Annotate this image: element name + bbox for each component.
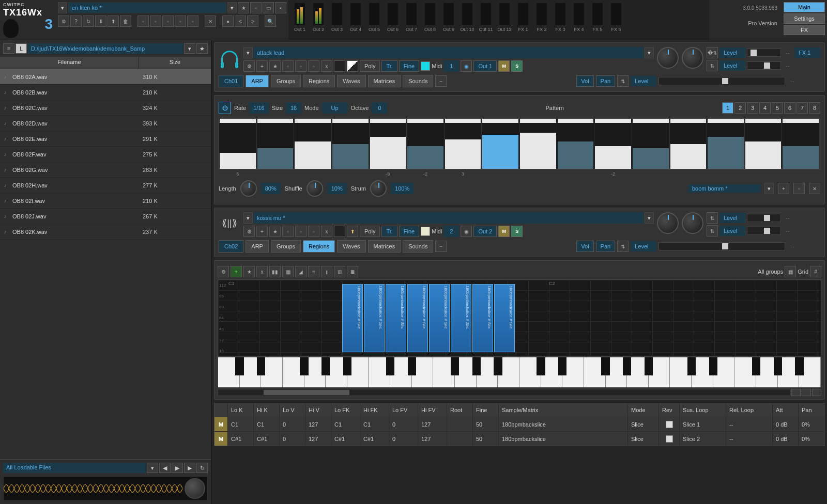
upload-icon[interactable]: ⬆: [108, 15, 119, 27]
trash-icon[interactable]: 🗑: [120, 15, 131, 27]
piano-keyboard[interactable]: [218, 357, 821, 388]
play-prev-icon[interactable]: ◀: [159, 463, 171, 473]
arp-step-8[interactable]: [482, 119, 519, 169]
new-icon[interactable]: ▫: [250, 2, 262, 13]
prog2-lvl-icon[interactable]: ⇅: [617, 241, 629, 252]
browser-list-icon[interactable]: L: [16, 43, 27, 54]
cell-att[interactable]: 0 dB: [773, 432, 799, 446]
output-18[interactable]: FX 6: [607, 3, 625, 38]
region-block-8[interactable]: 180bpmbackslice # Slic: [494, 284, 515, 352]
tab-regions[interactable]: Regions: [303, 240, 335, 253]
prog2-color[interactable]: [421, 227, 430, 236]
rev-checkbox[interactable]: [666, 421, 673, 428]
rev-checkbox[interactable]: [666, 435, 673, 443]
arp-preset[interactable]: boom bomm *: [688, 184, 760, 193]
black-key[interactable]: [687, 357, 696, 375]
prog2-mute[interactable]: M: [498, 226, 510, 237]
file-row[interactable]: ♪OB8 02E.wav291 K: [0, 131, 211, 147]
prev-icon[interactable]: <: [235, 15, 246, 27]
black-key[interactable]: [537, 357, 545, 375]
pattern-4[interactable]: 4: [759, 102, 771, 114]
output-2[interactable]: Out 2: [309, 3, 328, 38]
tab-matrices[interactable]: Matrices: [368, 240, 401, 253]
cell-lov[interactable]: 0: [280, 432, 305, 446]
cell-hiv[interactable]: 127: [305, 432, 331, 446]
arp-oct[interactable]: 0: [372, 102, 387, 114]
prog1-midi[interactable]: 1: [443, 60, 459, 72]
cell-rev[interactable]: [659, 417, 680, 431]
play-icon[interactable]: ▶: [172, 463, 183, 473]
output-14[interactable]: FX 2: [532, 3, 551, 38]
col-att[interactable]: Att: [773, 403, 799, 417]
output-17[interactable]: FX 5: [588, 3, 607, 38]
prog2-send1-slider[interactable]: [747, 214, 781, 222]
arp-step-3[interactable]: [294, 119, 332, 169]
pattern-8[interactable]: 8: [809, 102, 820, 114]
col-pan[interactable]: Pan: [799, 403, 824, 417]
pattern-7[interactable]: 7: [797, 102, 808, 114]
arp-step-5[interactable]: -9: [370, 119, 407, 169]
file-filter[interactable]: All Loadable Files: [3, 463, 146, 473]
region-groups-label[interactable]: All groups: [758, 269, 783, 275]
cell-sample[interactable]: 180bpmbackslice: [499, 432, 628, 446]
prog1-vol[interactable]: Vol: [576, 75, 593, 87]
play-next-icon[interactable]: ▶: [184, 463, 195, 473]
arp-step-12[interactable]: [632, 119, 670, 169]
prog2-midi-learn-icon[interactable]: ◉: [461, 226, 472, 237]
cell-hik[interactable]: C#1: [254, 432, 280, 446]
arp-step-15[interactable]: [745, 119, 783, 169]
region-block-3[interactable]: 180bpmbackslice # Slic: [386, 284, 406, 352]
arp-step-16[interactable]: [782, 119, 820, 169]
cell-lok[interactable]: C1: [228, 417, 254, 431]
cell-mode[interactable]: Slice: [628, 417, 659, 431]
nav-fx[interactable]: FX: [784, 25, 825, 35]
zoom-in-icon[interactable]: [802, 389, 811, 396]
arp-step-4[interactable]: [332, 119, 370, 169]
arp-length[interactable]: 80%: [261, 183, 281, 194]
prog2-star-icon[interactable]: ★: [269, 226, 281, 237]
pattern-1[interactable]: 1: [722, 102, 733, 114]
arp-preset-save-icon[interactable]: ▫: [793, 183, 805, 194]
file-row[interactable]: ♪OB8 02K.wav237 K: [0, 224, 211, 240]
prog2-fine[interactable]: Fine: [399, 226, 419, 237]
output-6[interactable]: Out 6: [384, 3, 402, 38]
open-icon[interactable]: ▭: [263, 2, 274, 13]
prog2-vol-knob[interactable]: [657, 212, 679, 234]
tab-sounds[interactable]: Sounds: [403, 240, 433, 253]
black-key[interactable]: [343, 357, 351, 375]
col-mode[interactable]: Mode: [628, 403, 659, 417]
region-block-2[interactable]: 180bpmbackslice # Slic: [364, 284, 385, 352]
prog1-master-slider[interactable]: [658, 77, 785, 85]
arp-step-9[interactable]: [519, 119, 557, 169]
prog2-prev-icon[interactable]: ▾: [243, 212, 253, 224]
col-lov[interactable]: Lo V: [280, 403, 305, 417]
tab-waves[interactable]: Waves: [337, 240, 365, 253]
black-key[interactable]: [321, 357, 330, 375]
arp-rate[interactable]: 1/16: [249, 102, 268, 114]
tab-waves[interactable]: Waves: [337, 75, 365, 87]
tab-arp[interactable]: ARP: [246, 75, 269, 87]
cell-root[interactable]: [447, 432, 473, 446]
cell-hifk[interactable]: C#1: [360, 432, 389, 446]
black-key[interactable]: [386, 357, 394, 375]
prog1-prev-icon[interactable]: ▾: [243, 47, 253, 58]
output-8[interactable]: Out 8: [421, 3, 439, 38]
region-block-6[interactable]: 180bpmbackslice # Slic: [451, 284, 471, 352]
tool-4[interactable]: ▫: [175, 15, 186, 27]
region-tool3-icon[interactable]: ◢: [295, 266, 307, 277]
black-key[interactable]: [623, 357, 631, 375]
output-10[interactable]: Out 10: [458, 3, 477, 38]
file-row[interactable]: ♪OB8 02G.wav283 K: [0, 162, 211, 178]
loop-icon[interactable]: ↻: [83, 15, 94, 27]
prog1-midi-learn-icon[interactable]: ◉: [461, 60, 472, 72]
preset-prev-icon[interactable]: ▾: [58, 2, 67, 13]
prog2-vol[interactable]: Vol: [576, 241, 593, 252]
col-rev[interactable]: Rev: [659, 403, 680, 417]
prog2-blank-icon[interactable]: [334, 226, 345, 237]
prog1-vol-knob[interactable]: [657, 47, 679, 69]
col-hiv[interactable]: Hi V: [305, 403, 331, 417]
file-row[interactable]: ♪OB8 02A.wav310 K: [0, 69, 211, 85]
arp-step-14[interactable]: [707, 119, 745, 169]
col-susloop[interactable]: Sus. Loop: [680, 403, 726, 417]
cell-lofk[interactable]: C1: [331, 417, 360, 431]
